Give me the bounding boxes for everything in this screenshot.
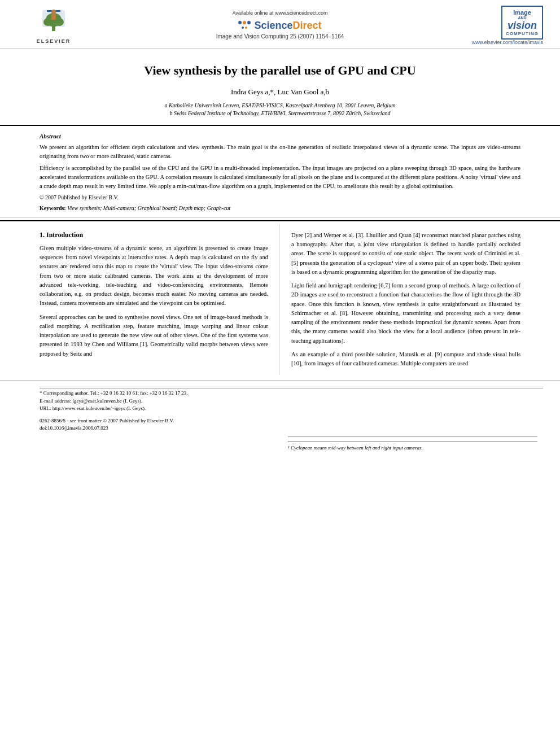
footer-divider [40,388,543,388]
left-column: 1. Introduction Given multiple video-str… [17,224,280,375]
authors: Indra Geys a,*, Luc Van Gool a,b [40,88,520,97]
abstract-section: Abstract We present an algorithm for eff… [0,126,560,217]
right-paragraph-2: Light field and lumigraph rendering [6,7… [291,281,520,346]
url-text: URL: http://www.esat.kuleuven.be/~igeys … [40,405,543,413]
right-body-text: Dyer [2] and Werner et al. [3]. Lhuillie… [291,231,520,369]
abstract-paragraph-2: Efficiency is accomplished by the parall… [40,164,520,190]
keywords-label: Keywords: [40,205,66,211]
elsevier-label: ELSEVIER [37,38,71,44]
sd-dot-icon [238,21,242,24]
svg-point-5 [55,18,64,26]
sd-dot-icon [242,27,244,29]
svg-point-6 [51,10,56,14]
ivc-logo-section: image AND vision COMPUTING www.elsevier.… [470,6,543,45]
footnote-divider [288,436,537,437]
affiliations: a Katholieke Universiteit Leuven, ESAT/P… [40,102,520,108]
section1-heading: Introduction [46,231,83,239]
sciencedirect-brand: ScienceDirect [254,20,321,32]
svg-point-4 [43,18,53,26]
header: ELSEVIER Available online at www.science… [0,0,560,49]
right-paragraph-1: Dyer [2] and Werner et al. [3]. Lhuillie… [291,231,520,277]
affiliation-a: a Katholieke Universiteit Leuven, ESAT/P… [164,102,395,108]
abstract-label: Abstract [40,133,520,139]
email-text: E-mail address: igeys@esat.kuleuven.be (… [40,397,543,405]
section1-number: 1. [40,231,45,239]
keywords-line: Keywords: View synthesis; Multi-camera; … [40,205,520,211]
sd-dot-icon [247,21,251,24]
article-footer-info: 0262-8856/$ - see front matter © 2007 Pu… [40,417,543,433]
journal-info: Image and Vision Computing 25 (2007) 115… [90,32,470,41]
corresponding-author-note: * Corresponding author. Tel.: +32 0 16 3… [40,390,543,413]
page: ELSEVIER Available online at www.science… [0,0,560,747]
doi-text: doi:10.1016/j.imavis.2006.07.023 [40,425,543,433]
abstract-paragraph-1: We present an algorithm for efficient de… [40,143,520,161]
ivc-computing-text: COMPUTING [506,32,539,37]
keywords-values: View synthesis; Multi-camera; Graphical … [67,205,230,211]
left-body-text: Given multiple video-streams of a dynami… [40,244,268,359]
sd-dot-icon [245,27,247,29]
section1-title: 1. Introduction [40,231,268,239]
paper-title: View synthesis by the parallel use of GP… [40,63,520,79]
cyclopean-footnote-section: ¹ Cyclopean means mid-way between left a… [0,436,560,456]
available-online-text: Available online at www.sciencedirect.co… [233,10,328,16]
main-content: 1. Introduction Given multiple video-str… [0,224,560,375]
abstract-text: We present an algorithm for efficient de… [40,143,520,191]
right-paragraph-3: As an example of a third possible soluti… [291,350,520,369]
corresponding-author-text: * Corresponding author. Tel.: +32 0 16 3… [40,390,543,397]
sd-dot-icon [243,21,246,24]
intro-paragraph-1: Given multiple video-streams of a dynami… [40,244,268,308]
elsevier-logo-section: ELSEVIER [17,7,90,44]
ivc-image-text: image [506,9,539,16]
svg-rect-7 [51,14,56,20]
footer: * Corresponding author. Tel.: +32 0 16 3… [0,381,560,435]
cyclopean-footnote: ¹ Cyclopean means mid-way between left a… [288,442,537,451]
website-url: www.elsevier.com/locate/imavis [470,40,543,45]
affiliation-b: b Swiss Federal Institute of Technology,… [169,110,390,116]
article-info-text: 0262-8856/$ - see front matter © 2007 Pu… [40,417,543,425]
intro-paragraph-2: Several approaches can be used to synthe… [40,313,268,359]
right-column: Dyer [2] and Werner et al. [3]. Lhuillie… [280,224,543,375]
ivc-vision-text: vision [506,20,539,32]
elsevier-tree-icon [37,7,71,38]
copyright-line: © 2007 Published by Elsevier B.V. [40,194,520,200]
section-divider [0,220,560,221]
sciencedirect-section: Available online at www.sciencedirect.co… [90,10,470,41]
affiliations-b: b Swiss Federal Institute of Technology,… [40,110,520,116]
title-section: View synthesis by the parallel use of GP… [0,49,560,126]
